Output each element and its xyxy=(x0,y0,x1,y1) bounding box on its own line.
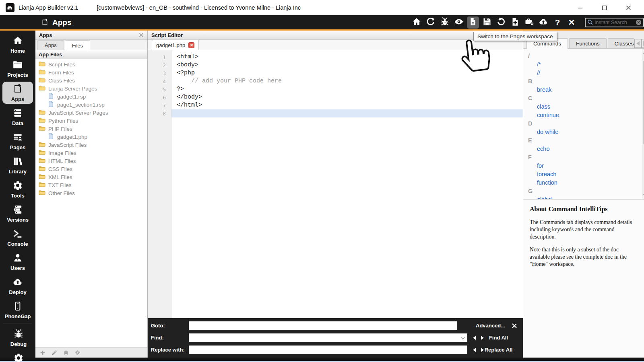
pages-workspace-button[interactable] xyxy=(467,16,479,29)
debug-button[interactable] xyxy=(439,16,451,29)
command-item[interactable]: global xyxy=(523,195,644,199)
scroll-tabs-left-button[interactable] xyxy=(634,39,642,48)
sidebar-item-tools[interactable]: Tools xyxy=(2,178,33,200)
tab-files[interactable]: Files xyxy=(65,40,90,50)
live-preview-button[interactable] xyxy=(453,16,465,29)
sidebar-item-deploy[interactable]: Deploy xyxy=(2,275,33,297)
home-button[interactable] xyxy=(411,16,423,29)
commands-scrollbar[interactable] xyxy=(642,49,644,198)
command-item[interactable]: continue xyxy=(523,111,644,119)
tree-item[interactable]: gadget1.php xyxy=(35,133,147,141)
sidebar-item-data[interactable]: Data xyxy=(2,106,33,128)
sidebar-item-apps[interactable]: Apps xyxy=(2,82,33,104)
edit-file-button[interactable] xyxy=(51,350,58,356)
command-item[interactable]: echo xyxy=(523,145,644,153)
replace-input[interactable] xyxy=(189,346,467,354)
sidebar-item-debug[interactable]: Debug xyxy=(3,327,34,349)
tree-item[interactable]: page1_section1.rsp xyxy=(35,101,147,109)
maximize-button[interactable] xyxy=(599,2,609,13)
scrollbar-thumb[interactable] xyxy=(643,61,644,144)
find-input[interactable] xyxy=(189,333,467,342)
delete-file-button[interactable] xyxy=(63,350,69,356)
folder-icon xyxy=(39,173,45,181)
tree-item[interactable]: Image Files xyxy=(35,149,147,157)
find-previous-button[interactable] xyxy=(473,336,476,340)
find-all-button[interactable]: Find All xyxy=(484,335,513,341)
undo-button[interactable] xyxy=(495,16,507,29)
sidebar-item-phonegap[interactable]: PhoneGap xyxy=(2,299,33,321)
scroll-tabs-right-button[interactable] xyxy=(642,39,644,48)
command-item[interactable]: C xyxy=(523,94,644,103)
tree-item[interactable]: Other Files xyxy=(35,189,147,197)
apps-workspace-icon xyxy=(41,19,49,26)
tree-item[interactable]: CSS Files xyxy=(35,165,147,173)
tree-item[interactable]: JavaScript Server Pages xyxy=(35,109,147,117)
tab-apps[interactable]: Apps xyxy=(37,40,64,50)
scroll-down-icon[interactable] xyxy=(642,192,644,198)
command-item[interactable]: E xyxy=(523,136,644,145)
tree-item[interactable]: Lianja Server Pages xyxy=(35,84,147,93)
advanced-button[interactable]: Advanced... xyxy=(476,323,505,329)
sidebar-item-users[interactable]: Users xyxy=(2,251,33,273)
sidebar-item-versions[interactable]: Versions xyxy=(2,202,33,224)
command-item[interactable]: function xyxy=(523,179,644,187)
command-item[interactable]: / xyxy=(523,52,644,60)
add-file-button[interactable] xyxy=(39,350,46,356)
sidebar-item-projects[interactable]: Projects xyxy=(2,58,33,80)
goto-input[interactable] xyxy=(189,321,457,330)
help-button[interactable]: ? xyxy=(551,16,564,29)
sidebar-item-library[interactable]: Library xyxy=(2,154,33,176)
refresh-button[interactable] xyxy=(425,16,437,29)
command-item[interactable]: F xyxy=(523,153,644,162)
new-file-button[interactable] xyxy=(509,16,521,29)
command-item[interactable]: /* xyxy=(523,60,644,69)
command-item[interactable]: break xyxy=(523,86,644,94)
sidebar-item-settings[interactable]: Settings xyxy=(3,351,34,362)
command-item[interactable]: foreach xyxy=(523,170,644,179)
tree-item[interactable]: HTML Files xyxy=(35,157,147,165)
save-button[interactable] xyxy=(481,16,493,29)
instant-search-input[interactable] xyxy=(593,20,636,25)
tree-item[interactable]: JavaScript Files xyxy=(35,141,147,149)
replace-previous-button[interactable] xyxy=(473,348,476,352)
minimize-button[interactable] xyxy=(575,2,585,13)
editor-tab-gadget1-php[interactable]: gadget1.php xyxy=(152,40,199,50)
sidebar-item-pages[interactable]: Pages xyxy=(2,130,33,152)
tree-item[interactable]: Class Files xyxy=(35,76,147,84)
replace-next-button[interactable] xyxy=(481,348,484,352)
tree-item[interactable]: XML Files xyxy=(35,173,147,181)
tab-functions[interactable]: Functions xyxy=(569,38,607,48)
code-line: 4 // add your PHP code here xyxy=(148,77,523,85)
deploy-button[interactable] xyxy=(537,16,549,29)
close-panel-button[interactable] xyxy=(139,33,144,37)
scroll-up-icon[interactable] xyxy=(642,50,644,56)
command-item[interactable]: B xyxy=(523,77,644,86)
tree-item[interactable]: Form Files xyxy=(35,68,147,76)
tree-item[interactable]: TXT Files xyxy=(35,181,147,189)
close-tab-icon[interactable] xyxy=(188,42,194,48)
clear-search-icon[interactable] xyxy=(636,19,642,25)
tree-item[interactable]: Script Files xyxy=(35,60,147,68)
tree-item[interactable]: gadget1.rsp xyxy=(35,93,147,101)
close-app-button[interactable]: ✕ xyxy=(566,16,578,29)
command-item[interactable]: G xyxy=(523,187,644,195)
sidebar-item-home[interactable]: Home xyxy=(2,33,33,56)
command-item[interactable]: for xyxy=(523,162,644,170)
tree-settings-button[interactable] xyxy=(74,350,81,356)
close-window-button[interactable] xyxy=(623,2,634,13)
replace-all-button[interactable]: Replace All xyxy=(484,347,513,353)
tree-item[interactable]: PHP Files xyxy=(35,125,147,133)
package-button[interactable] xyxy=(523,16,535,29)
find-next-button[interactable] xyxy=(481,336,484,340)
tab-classes[interactable]: Classes xyxy=(608,38,634,48)
sidebar-item-console[interactable]: Console xyxy=(2,226,33,249)
gear-icon xyxy=(13,353,24,362)
command-item[interactable]: D xyxy=(523,119,644,128)
command-item[interactable]: // xyxy=(523,69,644,77)
code-editor[interactable]: 1 <html> 2 <body> 3 <?php 4 // add your … xyxy=(148,50,523,318)
command-item[interactable]: class xyxy=(523,103,644,111)
instant-search-box xyxy=(585,18,644,27)
tree-item[interactable]: Python Files xyxy=(35,117,147,125)
close-find-bar-button[interactable] xyxy=(512,323,517,329)
command-item[interactable]: do while xyxy=(523,128,644,136)
